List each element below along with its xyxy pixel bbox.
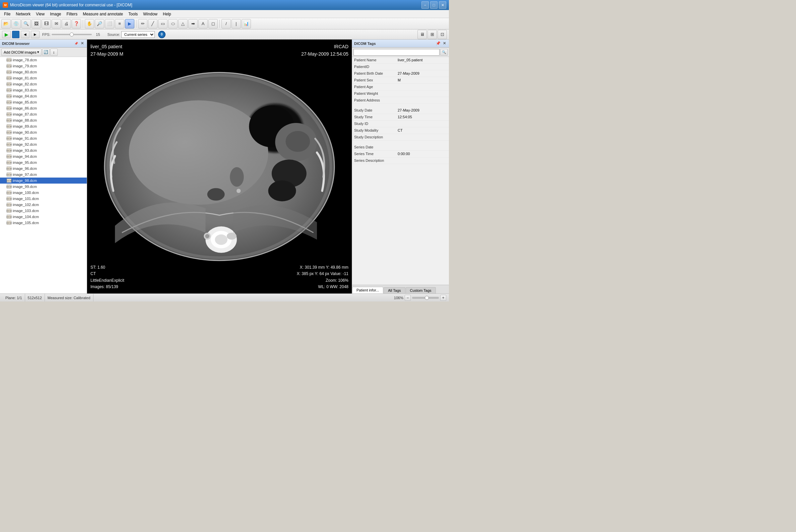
add-dicom-button[interactable]: Add DICOM images ▾ xyxy=(1,49,41,56)
zoom-in-tool[interactable]: 🔎 xyxy=(95,19,104,28)
list-item[interactable]: DCMimage_86.dcm xyxy=(0,105,87,111)
restore-button[interactable]: □ xyxy=(430,1,438,9)
tab-all-tags[interactable]: All Tags xyxy=(384,287,405,293)
minimize-button[interactable]: − xyxy=(421,1,429,9)
monitor-view[interactable]: 🖥 xyxy=(417,30,427,39)
next-button[interactable]: ▶ xyxy=(31,31,40,38)
panel-header-controls: 📌 ✕ xyxy=(73,41,85,46)
expand-view[interactable]: ⊡ xyxy=(438,30,447,39)
menu-help[interactable]: Help xyxy=(160,10,174,18)
window-tool[interactable]: ⬜ xyxy=(105,19,114,28)
menu-network[interactable]: Network xyxy=(13,10,33,18)
tag-row: Patient Address xyxy=(352,97,449,104)
list-item[interactable]: DCMimage_83.dcm xyxy=(0,87,87,93)
tags-pin-icon[interactable]: 📌 xyxy=(436,41,441,46)
list-item[interactable]: DCMimage_100.dcm xyxy=(0,190,87,196)
stop-button[interactable] xyxy=(12,31,19,38)
list-item[interactable]: DCMimage_85.dcm xyxy=(0,99,87,105)
file-icon: DCM xyxy=(7,118,12,122)
sort-button[interactable]: ↕ xyxy=(50,49,58,56)
pin-icon[interactable]: 📌 xyxy=(73,41,79,46)
open-button[interactable]: 📂 xyxy=(1,19,11,28)
list-item[interactable]: DCMimage_88.dcm xyxy=(0,117,87,123)
rect-tool[interactable]: ▭ xyxy=(158,19,168,28)
grid-view[interactable]: ⊞ xyxy=(428,30,437,39)
menu-window[interactable]: Window xyxy=(140,10,160,18)
search-button[interactable]: 🔍 xyxy=(21,19,31,28)
list-item[interactable]: DCMimage_79.dcm xyxy=(0,63,87,69)
list-item[interactable]: DCMimage_96.dcm xyxy=(0,166,87,172)
erase-tool[interactable]: ◻ xyxy=(208,19,218,28)
refresh-button[interactable]: 🔄 xyxy=(42,49,50,56)
envelope-button[interactable]: ✉ xyxy=(52,19,61,28)
image-viewer[interactable]: liver_05 patient 27-May-2009 M IRCAD 27-… xyxy=(87,40,352,293)
file-icon: DCM xyxy=(7,221,12,225)
zoom-in-button[interactable]: + xyxy=(440,295,446,301)
hand-tool[interactable]: ✋ xyxy=(85,19,94,28)
close-button[interactable]: ✕ xyxy=(439,1,446,9)
stack-tool[interactable]: ≡ xyxy=(115,19,124,28)
list-item[interactable]: DCMimage_93.dcm xyxy=(0,147,87,153)
print-button[interactable]: 🖨 xyxy=(62,19,71,28)
list-item[interactable]: DCMimage_90.dcm xyxy=(0,129,87,135)
menu-measure-annotate[interactable]: Measure and annotate xyxy=(80,10,126,18)
list-item[interactable]: DCMimage_105.dcm xyxy=(0,220,87,226)
help2-button[interactable]: ❓ xyxy=(72,19,81,28)
tab-patient-infor[interactable]: Patient infor... xyxy=(352,287,383,293)
list-item[interactable]: DCMimage_103.dcm xyxy=(0,208,87,214)
source-select[interactable]: Current series xyxy=(121,31,155,38)
list-item[interactable]: DCMimage_91.dcm xyxy=(0,135,87,141)
line-tool[interactable]: ╱ xyxy=(148,19,157,28)
list-item[interactable]: DCMimage_101.dcm xyxy=(0,196,87,202)
list-item[interactable]: DCMimage_99.dcm xyxy=(0,184,87,190)
menu-view[interactable]: View xyxy=(33,10,47,18)
angle-tool[interactable]: / xyxy=(222,19,231,28)
list-item[interactable]: DCMimage_92.dcm xyxy=(0,141,87,147)
panel-close-icon[interactable]: ✕ xyxy=(79,41,85,46)
zoom-slider[interactable] xyxy=(412,297,439,299)
list-item[interactable]: DCMimage_98.dcm xyxy=(0,177,87,184)
menu-file[interactable]: File xyxy=(1,10,13,18)
menu-filters[interactable]: Filters xyxy=(64,10,80,18)
cd-button[interactable]: 💿 xyxy=(12,19,21,28)
arrow-tool[interactable]: ➡ xyxy=(188,19,198,28)
tag-row: Series Time0:00:00 xyxy=(352,151,449,157)
list-item[interactable]: DCMimage_94.dcm xyxy=(0,153,87,159)
image-button[interactable]: 🖼 xyxy=(32,19,41,28)
tags-search-input[interactable] xyxy=(354,49,439,56)
list-item[interactable]: DCMimage_81.dcm xyxy=(0,75,87,81)
file-icon: DCM xyxy=(7,191,12,195)
pencil-tool[interactable]: ✏ xyxy=(138,19,147,28)
prev-button[interactable]: ◀ xyxy=(21,31,30,38)
loop-button[interactable]: 0 xyxy=(158,31,166,38)
list-item[interactable]: DCMimage_78.dcm xyxy=(0,57,87,63)
menu-image[interactable]: Image xyxy=(47,10,64,18)
ellipse-tool[interactable]: ⬭ xyxy=(168,19,177,28)
list-item[interactable]: DCMimage_89.dcm xyxy=(0,123,87,129)
list-item[interactable]: DCMimage_95.dcm xyxy=(0,159,87,166)
tag-row: Study ID xyxy=(352,120,449,127)
menu-tools[interactable]: Tools xyxy=(126,10,140,18)
list-item[interactable]: DCMimage_82.dcm xyxy=(0,81,87,87)
list-item[interactable]: DCMimage_84.dcm xyxy=(0,93,87,99)
file-list[interactable]: DCMimage_78.dcmDCMimage_79.dcmDCMimage_8… xyxy=(0,57,87,293)
list-item[interactable]: DCMimage_104.dcm xyxy=(0,214,87,220)
calibrate-tool[interactable]: | xyxy=(231,19,241,28)
export-tool[interactable]: 📊 xyxy=(242,19,251,28)
add-dropdown-icon[interactable]: ▾ xyxy=(37,50,39,54)
text-tool[interactable]: A xyxy=(198,19,208,28)
fps-slider-container[interactable] xyxy=(52,32,92,37)
list-item[interactable]: DCMimage_97.dcm xyxy=(0,172,87,177)
list-item[interactable]: DCMimage_87.dcm xyxy=(0,111,87,117)
list-item[interactable]: DCMimage_102.dcm xyxy=(0,202,87,208)
tags-search-button[interactable]: 🔍 xyxy=(440,49,448,56)
play-button[interactable]: ▶ xyxy=(2,31,11,38)
film-button[interactable]: 🎞 xyxy=(41,19,51,28)
tags-close-icon[interactable]: ✕ xyxy=(441,41,447,46)
select-tool[interactable]: ▶ xyxy=(125,19,134,28)
tab-custom-tags[interactable]: Custom Tags xyxy=(406,287,436,293)
list-item[interactable]: DCMimage_80.dcm xyxy=(0,69,87,75)
polygon-tool[interactable]: △ xyxy=(178,19,188,28)
file-name: image_90.dcm xyxy=(13,130,37,134)
zoom-out-button[interactable]: − xyxy=(405,295,411,301)
